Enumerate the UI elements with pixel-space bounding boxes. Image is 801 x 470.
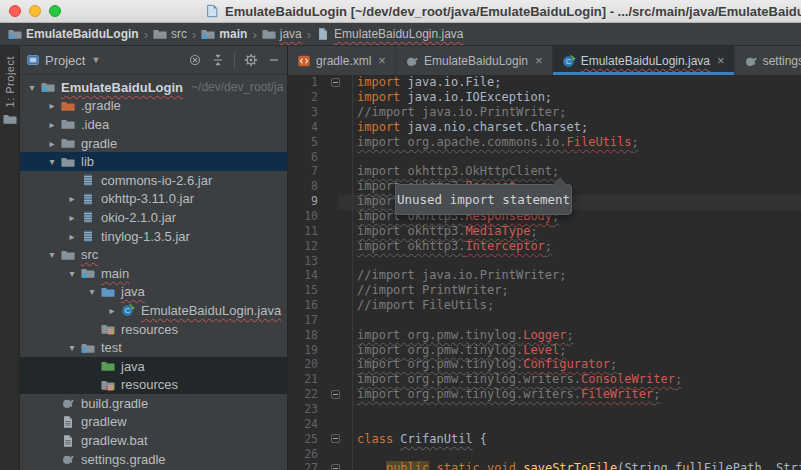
fold-marker-icon[interactable]: [331, 434, 340, 443]
chevron-collapsed-icon[interactable]: ▸: [44, 119, 60, 130]
line-number[interactable]: 9: [288, 194, 318, 208]
tree-item--gradle[interactable]: ▸.gradle: [20, 97, 287, 116]
code-line-3[interactable]: 3//import java.io.PrintWriter;: [288, 105, 801, 120]
code-line-6[interactable]: 6: [288, 149, 801, 164]
line-number[interactable]: 10: [288, 209, 318, 223]
code-line-25[interactable]: 25class CrifanUtil {: [288, 431, 801, 446]
close-tab-icon[interactable]: ×: [717, 53, 725, 68]
code-line-23[interactable]: 23: [288, 402, 801, 417]
close-tab-icon[interactable]: ×: [378, 53, 386, 68]
tree-item-tinylog-1-3-5-jar[interactable]: ▸tinylog-1.3.5.jar: [20, 227, 287, 246]
zoom-window-button[interactable]: [49, 5, 61, 17]
code-line-11[interactable]: 11import okhttp3.MediaType;: [288, 223, 801, 238]
line-number[interactable]: 24: [288, 417, 318, 431]
chevron-expanded-icon[interactable]: ▾: [64, 268, 80, 279]
tree-item-lib[interactable]: ▾lib: [20, 152, 287, 171]
tree-item-java[interactable]: ▾java: [20, 283, 287, 302]
chevron-expanded-icon[interactable]: ▾: [44, 249, 60, 260]
breadcrumb-item-src[interactable]: src: [153, 27, 187, 41]
chevron-expanded-icon[interactable]: ▾: [24, 82, 40, 93]
line-number[interactable]: 25: [288, 432, 318, 446]
line-number[interactable]: 16: [288, 298, 318, 312]
code-line-12[interactable]: 12import okhttp3.Interceptor;: [288, 238, 801, 253]
breadcrumb-item-java[interactable]: java: [262, 27, 302, 41]
code-line-7[interactable]: 7import okhttp3.OkHttpClient;: [288, 164, 801, 179]
tree-item-resources[interactable]: resources: [20, 376, 287, 395]
chevron-collapsed-icon[interactable]: ▸: [44, 100, 60, 111]
breadcrumb-item-main[interactable]: main: [201, 27, 247, 41]
line-number[interactable]: 1: [288, 75, 318, 89]
tree-item-src[interactable]: ▾src: [20, 245, 287, 264]
code-line-19[interactable]: 19import org.pmw.tinylog.Level;: [288, 342, 801, 357]
line-number[interactable]: 4: [288, 120, 318, 134]
tree-item-commons-io-2-6-jar[interactable]: commons-io-2.6.jar: [20, 171, 287, 190]
tree-item-gradlew-bat[interactable]: gradlew.bat: [20, 431, 287, 450]
line-number[interactable]: 14: [288, 268, 318, 282]
code-line-2[interactable]: 2import java.io.IOException;: [288, 90, 801, 105]
line-number[interactable]: 7: [288, 164, 318, 178]
close-tab-icon[interactable]: ×: [535, 53, 543, 68]
code-line-14[interactable]: 14//import java.io.PrintWriter;: [288, 268, 801, 283]
code-line-24[interactable]: 24: [288, 416, 801, 431]
editor-tab-emulatebaidulogin-java[interactable]: CEmulateBaiduLogin.java×: [553, 46, 735, 75]
fold-marker-icon[interactable]: [331, 78, 340, 87]
line-number[interactable]: 19: [288, 343, 318, 357]
minus-icon[interactable]: [267, 53, 281, 67]
code-line-4[interactable]: 4import java.nio.charset.Charset;: [288, 120, 801, 135]
code-editor[interactable]: 1import java.io.File;2import java.io.IOE…: [288, 75, 801, 470]
line-number[interactable]: 26: [288, 447, 318, 461]
gear-icon[interactable]: [244, 53, 258, 67]
line-number[interactable]: 21: [288, 372, 318, 386]
line-number[interactable]: 6: [288, 150, 318, 164]
line-number[interactable]: 23: [288, 402, 318, 416]
line-number[interactable]: 5: [288, 135, 318, 149]
editor-tab-gradle-xml[interactable]: gradle.xml×: [288, 46, 396, 75]
fold-marker-icon[interactable]: [331, 390, 340, 399]
tree-item--idea[interactable]: ▸.idea: [20, 115, 287, 134]
collapse-icon[interactable]: [211, 53, 225, 67]
code-line-17[interactable]: 17: [288, 313, 801, 328]
chevron-expanded-icon[interactable]: ▾: [64, 342, 80, 353]
tree-item-gradlew[interactable]: gradlew: [20, 413, 287, 432]
tree-item-resources[interactable]: resources: [20, 320, 287, 339]
tree-item-emulatebaidulogin-java[interactable]: ▸CEmulateBaiduLogin.java: [20, 301, 287, 320]
code-line-13[interactable]: 13: [288, 253, 801, 268]
code-line-26[interactable]: 26: [288, 446, 801, 461]
chevron-expanded-icon[interactable]: ▾: [44, 156, 60, 167]
line-number[interactable]: 12: [288, 239, 318, 253]
editor-tab-settings-gra[interactable]: settings.gra: [735, 46, 801, 75]
chevron-collapsed-icon[interactable]: ▸: [64, 231, 80, 242]
fold-marker-icon[interactable]: [331, 464, 340, 470]
line-number[interactable]: 18: [288, 328, 318, 342]
editor-tab-emulatebaidulogin[interactable]: EmulateBaiduLogin×: [396, 46, 553, 75]
chevron-down-icon[interactable]: ▼: [91, 55, 100, 65]
tree-item-java[interactable]: java: [20, 357, 287, 376]
project-panel-title[interactable]: Project: [45, 53, 85, 68]
line-number[interactable]: 27: [288, 461, 318, 470]
tree-item-main[interactable]: ▾main: [20, 264, 287, 283]
chevron-collapsed-icon[interactable]: ▸: [104, 305, 120, 316]
chevron-collapsed-icon[interactable]: ▸: [64, 212, 80, 223]
breadcrumb-item-emulatebaidulogin-java[interactable]: EmulateBaiduLogin.java: [316, 27, 463, 41]
code-line-16[interactable]: 16//import FileUtils;: [288, 298, 801, 313]
tree-item-emulatebaidulogin[interactable]: ▾EmulateBaiduLogin~/dev/dev_root/ja: [20, 78, 287, 97]
chevron-expanded-icon[interactable]: ▾: [84, 286, 100, 297]
line-number[interactable]: 22: [288, 387, 318, 401]
code-line-5[interactable]: 5import org.apache.commons.io.FileUtils;: [288, 134, 801, 149]
target-icon[interactable]: [188, 53, 202, 67]
tool-window-button-project[interactable]: 1: Project: [3, 56, 17, 126]
code-line-27[interactable]: 27 public static void saveStrToFile(Stri…: [288, 461, 801, 470]
line-number[interactable]: 17: [288, 313, 318, 327]
code-line-1[interactable]: 1import java.io.File;: [288, 75, 801, 90]
line-number[interactable]: 20: [288, 357, 318, 371]
code-line-15[interactable]: 15//import PrintWriter;: [288, 283, 801, 298]
chevron-collapsed-icon[interactable]: ▸: [64, 193, 80, 204]
tree-item-build-gradle[interactable]: build.gradle: [20, 394, 287, 413]
line-number[interactable]: 8: [288, 179, 318, 193]
code-line-21[interactable]: 21import org.pmw.tinylog.writers.Console…: [288, 372, 801, 387]
line-number[interactable]: 15: [288, 283, 318, 297]
breadcrumb-item-emulatebaidulogin[interactable]: EmulateBaiduLogin: [8, 27, 139, 41]
tree-item-settings-gradle[interactable]: settings.gradle: [20, 450, 287, 469]
code-line-20[interactable]: 20import org.pmw.tinylog.Configurator;: [288, 357, 801, 372]
close-window-button[interactable]: [9, 5, 21, 17]
